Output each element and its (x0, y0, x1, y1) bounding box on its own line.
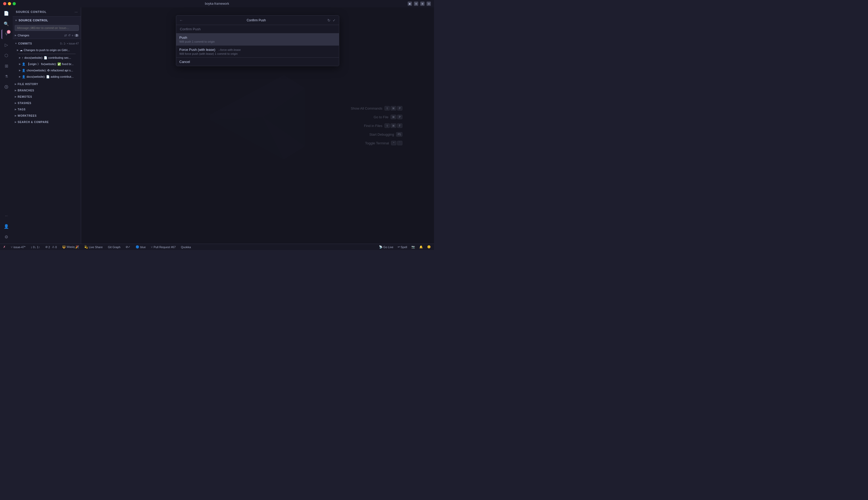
main-container: 📄 🔍 ⑂ 3 ▷ ⬡ ⊞ ⚗ ··· (0, 7, 434, 244)
bell-status-item[interactable]: 🔔 (418, 245, 424, 249)
activity-more-icon[interactable]: ··· (2, 211, 11, 220)
cancel-option[interactable]: Cancel (176, 58, 339, 66)
blue-status-item[interactable]: 🔵 blue (135, 244, 147, 250)
commit-4-avatar-icon: 👤 (22, 75, 25, 79)
branch-status-item[interactable]: ⑂ issue-47* (10, 244, 26, 250)
sync-icon: ↕ (31, 246, 32, 249)
spell-status-item[interactable]: ↩ Spell (397, 245, 408, 249)
commit-1-chevron-icon: ▶ (19, 56, 21, 59)
commit-item-4[interactable]: ▶ 👤 docs(website): 📄 adding contribut... (13, 73, 81, 80)
git-graph-status-item[interactable]: Git Graph (107, 244, 121, 250)
branches-section[interactable]: ▶ BRANCHES (13, 87, 81, 93)
minimize-button[interactable] (8, 2, 11, 5)
sync-status-item[interactable]: ↕ 0↓ 1↑ (30, 244, 41, 250)
error-count: 2 (48, 246, 50, 249)
commit-item-3[interactable]: ▶ 👤 chore(website): ♻ refactored api s..… (13, 67, 81, 73)
svg-point-1 (6, 87, 7, 88)
sidebar-more-icon[interactable]: ··· (74, 10, 78, 14)
sidebar: SOURCE CONTROL ··· ▼ SOURCE CONTROL ▶ Ch… (13, 7, 81, 244)
shield-icon: ⊘✓ (126, 245, 130, 249)
confirm-push-search-input[interactable] (179, 26, 336, 32)
commit-message-input[interactable] (15, 25, 79, 31)
live-share-status-item[interactable]: 💫 Live Share (83, 244, 104, 250)
force-push-option[interactable]: Force Push (with lease) --force-with-lea… (176, 46, 339, 58)
source-control-section-title: SOURCE CONTROL (19, 19, 48, 22)
shield-status-item[interactable]: ⊘✓ (125, 244, 131, 250)
commit-1-up-icon: ↑ (22, 56, 23, 59)
commit-4-chevron-icon: ▶ (19, 75, 21, 78)
layout-icon-1[interactable]: ▣ (408, 2, 412, 6)
statusbar: ✗ ⑂ issue-47* ↕ 0↓ 1↑ ⊘ 2 ⚠ 0 🔱 Wasiq 🎉 … (0, 244, 434, 250)
remotes-label: REMOTES (18, 95, 32, 98)
errors-status-item[interactable]: ⊘ 2 ⚠ 0 (44, 244, 58, 250)
close-button[interactable] (3, 2, 6, 5)
git-graph-text: Git Graph (108, 246, 120, 249)
force-push-flag: --force-with-lease (218, 48, 241, 52)
commit-3-avatar-icon: 👤 (22, 69, 25, 72)
push-option-desc: Will push 1 commit to origin (180, 40, 336, 43)
activity-settings-icon[interactable]: ⚙ (2, 232, 11, 241)
layout-icon-3[interactable]: ⊞ (420, 2, 425, 6)
activity-source-control-icon[interactable]: ⑂ 3 (2, 30, 11, 39)
activity-account-icon[interactable]: 👤 (2, 221, 11, 231)
remotes-section[interactable]: ▶ REMOTES (13, 93, 81, 100)
activity-testing-icon[interactable]: ⚗ (2, 72, 11, 81)
plus-icon[interactable]: + (72, 33, 74, 37)
tags-section[interactable]: ▶ TAGS (13, 106, 81, 113)
sync-text: 0↓ 1↑ (33, 246, 40, 249)
panel-check-icon[interactable]: ✓ (333, 18, 336, 22)
window-controls[interactable] (3, 2, 16, 5)
git-user-text: 🔱 Wasiq 🎉 (62, 245, 79, 249)
titlebar: boyka-framework ▣ ⊟ ⊞ ⊡ (0, 0, 434, 7)
broadcast-status-item[interactable]: 📷 (410, 245, 416, 249)
stashes-chevron-icon: ▶ (15, 102, 16, 104)
push-option[interactable]: Push Will push 1 commit to origin (176, 33, 339, 46)
search-compare-section[interactable]: ▶ SEARCH & COMPARE (13, 119, 81, 125)
spell-icon: ↩ (398, 245, 400, 249)
git-user-status-item[interactable]: 🔱 Wasiq 🎉 (61, 244, 80, 250)
discard-icon[interactable]: ↺ (68, 33, 71, 37)
activity-search-icon[interactable]: 🔍 (2, 19, 11, 29)
commit-push-cloud-icon: ☁ (20, 48, 23, 52)
changes-row[interactable]: ▶ Changes ⇄ ↺ + 3 (13, 32, 81, 39)
vscode-x-icon: ✗ (3, 245, 5, 249)
maximize-button[interactable] (13, 2, 16, 5)
cancel-label: Cancel (180, 60, 336, 64)
stage-all-icon[interactable]: ⇄ (64, 33, 67, 37)
panel-header: ← Confirm Push ↻ ✓ (176, 15, 339, 25)
branches-chevron-icon: ▶ (15, 89, 16, 92)
commit-item-2[interactable]: ▶ 👤 【origin 》 fix(website): ✅ fixed br..… (13, 61, 81, 67)
pr-status-item[interactable]: ⑂ Pull Request #67 (150, 244, 177, 250)
branch-icon: ⑂ (11, 246, 13, 249)
push-option-title: Push (180, 36, 336, 39)
vscode-status-icon[interactable]: ✗ (2, 244, 7, 250)
source-control-section-header[interactable]: ▼ SOURCE CONTROL (13, 16, 81, 24)
changes-label: Changes (18, 34, 64, 37)
panel-refresh-icon[interactable]: ↻ (327, 18, 331, 22)
broadcast-icon: 📷 (412, 245, 415, 249)
activity-git-icon[interactable] (2, 82, 11, 92)
activity-remote-icon[interactable]: ⬡ (2, 50, 11, 60)
changes-count-badge: 3 (74, 34, 79, 37)
tags-chevron-icon: ▶ (15, 108, 16, 111)
panel-back-button[interactable]: ← (180, 18, 183, 22)
activity-files-icon[interactable]: 📄 (2, 9, 11, 18)
layout-icon-4[interactable]: ⊡ (427, 2, 431, 6)
file-history-section[interactable]: ▶ FILE HISTORY (13, 81, 81, 87)
worktrees-section[interactable]: ▶ WORKTREES (13, 113, 81, 119)
file-history-label: FILE HISTORY (18, 83, 38, 86)
commits-section: ▼ COMMITS 0↓ 1↑ • issue-47 ▶ ☁ Changes t… (13, 39, 81, 81)
feedback-status-item[interactable]: 😊 (426, 245, 432, 249)
quokka-status-item[interactable]: Quokka (180, 244, 192, 250)
go-live-status-item[interactable]: 📡 Go Live (378, 245, 394, 249)
activity-run-icon[interactable]: ▷ (2, 40, 11, 49)
stashes-section[interactable]: ▶ STASHES (13, 100, 81, 106)
quokka-text: Quokka (181, 246, 191, 249)
activity-extensions-icon[interactable]: ⊞ (2, 61, 11, 71)
commits-header[interactable]: ▼ COMMITS 0↓ 1↑ • issue-47 (13, 40, 81, 47)
commit-item-push[interactable]: ▶ ☁ Changes to push to origin on GitH... (13, 47, 81, 53)
commit-item-1[interactable]: ▶ ↑ docs(website): 📄 contributing sec... (13, 55, 81, 61)
branches-label: BRANCHES (18, 89, 34, 92)
layout-icon-2[interactable]: ⊟ (414, 2, 418, 6)
source-control-chevron-icon: ▼ (15, 19, 18, 22)
